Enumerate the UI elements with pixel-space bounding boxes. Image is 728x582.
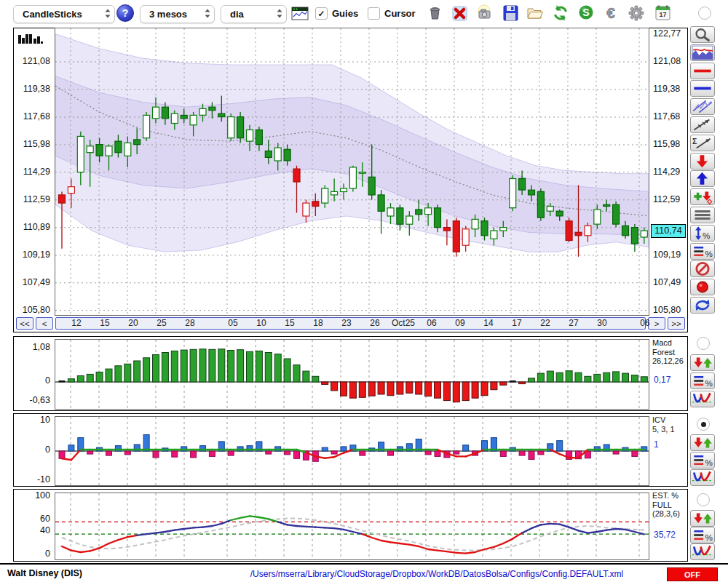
macd-plot[interactable] <box>55 339 649 410</box>
stoch-signalarrows-tool[interactable] <box>690 510 715 527</box>
stoch-axis-label: 60 <box>15 514 50 524</box>
calendar-button[interactable]: 17 <box>653 4 672 23</box>
price-axis-label: 109,19 <box>15 250 50 260</box>
price-axis-label: 107,49 <box>653 277 681 287</box>
date-tick: 30 <box>597 318 606 329</box>
channel-tool[interactable] <box>690 98 715 115</box>
reload-tool[interactable] <box>690 297 715 314</box>
refresh-button[interactable] <box>551 4 570 23</box>
macd-panel: Histgrama MACD Macd Forest 26,12,26 0,17… <box>13 336 688 411</box>
chart-window-button[interactable] <box>290 4 309 23</box>
guies-label: Guies <box>332 8 358 19</box>
price-axis-label: 107,49 <box>15 277 50 287</box>
date-tick: 10 <box>256 318 266 329</box>
candlestick-plot[interactable] <box>55 28 649 316</box>
price-axis-label: 119,38 <box>15 84 50 94</box>
nav-first-button[interactable]: << <box>16 317 33 330</box>
add-signal-tool[interactable] <box>690 188 715 205</box>
sync-button[interactable]: S <box>577 4 596 23</box>
price-axis-label: 105,80 <box>15 305 50 315</box>
zoom-tool[interactable] <box>690 26 715 43</box>
interval-select[interactable]: dia <box>221 5 287 23</box>
settings-button[interactable] <box>627 4 646 23</box>
date-tick: 15 <box>285 318 294 329</box>
trash-button[interactable] <box>425 4 444 23</box>
snapshot-button[interactable] <box>475 4 494 23</box>
price-axis-label: 115,98 <box>653 139 680 149</box>
price-axis-label: 114,29 <box>15 167 50 177</box>
stoch-axis-label: 40 <box>15 525 50 535</box>
stochastic-plot[interactable] <box>55 493 649 560</box>
svg-text:%: % <box>705 249 713 258</box>
guies-checkbox[interactable]: ✓ Guies <box>315 7 358 20</box>
macd-curve-tool[interactable] <box>690 391 715 407</box>
date-tick: 25 <box>157 318 166 329</box>
blue-line-tool[interactable] <box>690 80 715 97</box>
icv-params: ICV 5, 3, 1 <box>652 415 675 434</box>
interval-value: dia <box>230 9 276 20</box>
stoch-lpercent-tool[interactable]: % <box>690 527 715 543</box>
icv-curve-tool[interactable] <box>690 469 715 486</box>
icv-signalarrows-tool[interactable] <box>690 434 715 451</box>
trendline-tool[interactable] <box>690 116 715 133</box>
nav-next-button[interactable]: > <box>648 317 665 330</box>
date-tick: 20 <box>128 318 138 329</box>
forbid-tool[interactable] <box>690 260 715 277</box>
svg-text:%: % <box>703 231 710 240</box>
checkbox-box: ✓ <box>315 7 328 20</box>
list-tool[interactable] <box>690 207 715 223</box>
icv-panel-radio[interactable] <box>697 418 710 431</box>
sell-arrow-tool[interactable] <box>690 153 715 170</box>
date-tick: 06 <box>427 318 436 329</box>
icv-plot[interactable] <box>55 416 649 486</box>
macd-lpercent-tool[interactable]: % <box>690 372 715 389</box>
stoch-curve-tool[interactable] <box>690 543 715 560</box>
nav-prev-button[interactable]: < <box>36 317 53 330</box>
macd-params: Macd Forest 26,12,26 <box>652 338 684 366</box>
price-axis-label: 117,68 <box>15 111 50 121</box>
cursor-checkbox[interactable]: Cursor <box>368 7 416 20</box>
help-button[interactable]: ? <box>116 4 134 22</box>
chevron-updown-icon <box>104 8 111 21</box>
stochastic-panel: Full Estocastico EST. % FULL (28,3,6) 35… <box>13 489 688 562</box>
stoch-panel-radio[interactable] <box>697 493 710 506</box>
svg-text:€: € <box>606 4 615 21</box>
icv-axis-label: 10 <box>15 415 50 425</box>
vertical-percent-tool[interactable]: % <box>690 225 715 242</box>
euro-button[interactable]: € <box>601 4 620 23</box>
open-button[interactable] <box>526 4 545 23</box>
price-axis-label: 121,08 <box>653 56 681 66</box>
stochastic-value: 35,72 <box>654 530 676 540</box>
period-value: 3 mesos <box>149 9 204 20</box>
price-axis-label: 114,29 <box>653 167 680 177</box>
save-button[interactable] <box>501 4 520 23</box>
price-axis-label: 117,68 <box>653 111 680 121</box>
period-select[interactable]: 3 mesos <box>140 5 215 23</box>
panel-chart-tool[interactable] <box>690 44 715 61</box>
chart-area-radio[interactable] <box>698 7 711 20</box>
svg-text:S: S <box>582 7 589 18</box>
histogram-mini-icon[interactable] <box>18 33 43 46</box>
icv-lpercent-tool[interactable]: % <box>690 452 715 469</box>
help-label: ? <box>122 7 129 19</box>
date-tick: 28 <box>185 318 194 329</box>
macd-value: 0,17 <box>654 375 670 385</box>
sigma-trendline-tool[interactable]: Σ <box>690 135 715 151</box>
red-line-tool[interactable] <box>690 63 715 79</box>
config-path: /Users/mserra/Library/CloudStorage/Dropb… <box>218 569 655 579</box>
macd-panel-radio[interactable] <box>697 337 710 350</box>
nav-last-button[interactable]: >> <box>668 317 685 330</box>
date-tick: 09 <box>455 318 464 329</box>
chart-type-select[interactable]: CandleSticks <box>13 5 115 23</box>
symbol-label: Walt Disney (DIS) <box>7 568 82 578</box>
chevron-updown-icon <box>276 8 283 21</box>
date-axis[interactable]: 1215202528051015182326Oct250609141722273… <box>55 317 646 330</box>
buy-arrow-tool[interactable] <box>690 170 715 187</box>
levels-percent-tool[interactable]: % <box>690 243 715 260</box>
macd-signalarrows-tool[interactable] <box>690 354 715 371</box>
date-tick: 14 <box>483 318 493 329</box>
off-toggle-button[interactable]: OFF <box>667 567 718 581</box>
date-tick: 17 <box>512 318 521 329</box>
delete-button[interactable] <box>450 4 469 23</box>
record-tool[interactable] <box>690 279 715 295</box>
